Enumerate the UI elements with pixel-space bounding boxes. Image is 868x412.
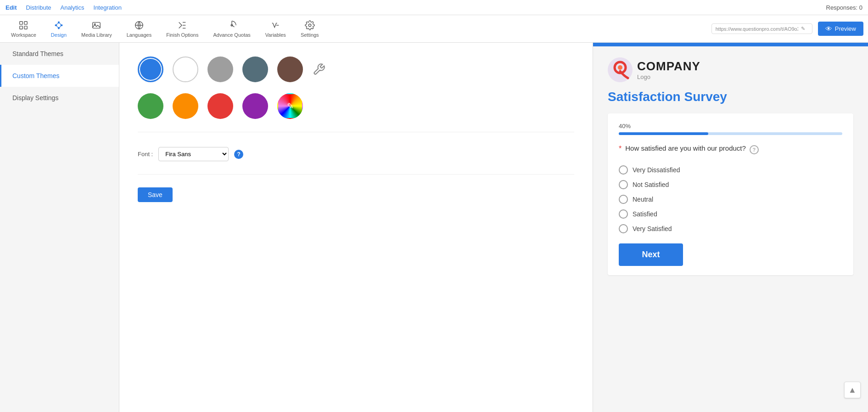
font-help-icon[interactable]: ? (234, 150, 243, 159)
company-logo-icon (608, 57, 633, 82)
progress-bar-bg (619, 132, 842, 135)
radio-circle-4 (619, 209, 628, 219)
radio-circle-2 (619, 180, 628, 189)
survey-card: 40% * How satisfied are you with our pro… (608, 113, 853, 275)
theme-green[interactable] (138, 93, 163, 119)
option-label-5: Very Satisfied (633, 225, 672, 232)
svg-rect-3 (24, 26, 27, 28)
svg-point-5 (58, 22, 60, 23)
logo-text: COMPANY Logo (637, 59, 700, 80)
languages-label: Languages (127, 32, 151, 38)
sidebar: Standard Themes Custom Themes Display Se… (0, 43, 119, 412)
svg-rect-2 (20, 26, 22, 28)
theme-row-2: ✎ (138, 93, 574, 119)
responses-count: Responses: 0 (826, 4, 863, 11)
company-name: COMPANY (637, 59, 700, 73)
nav-distribute[interactable]: Distribute (26, 4, 51, 11)
nav-integration[interactable]: Integration (94, 4, 122, 11)
toolbar-variables[interactable]: Variables (259, 18, 292, 40)
preview-body: COMPANY Logo Satisfaction Survey 40% * H… (593, 46, 868, 286)
theme-blue[interactable] (138, 56, 163, 82)
svg-point-16 (618, 65, 622, 70)
media-library-label: Media Library (81, 32, 112, 38)
url-edit-icon[interactable]: ✎ (801, 26, 805, 32)
preview-button[interactable]: 👁 Preview (818, 22, 863, 36)
radio-option-4[interactable]: Satisfied (619, 207, 842, 221)
toolbar-advance-quotas[interactable]: Advance Quotas (207, 18, 257, 40)
theme-rainbow[interactable]: ✎ (277, 93, 303, 119)
svg-rect-9 (93, 22, 101, 28)
required-star: * (619, 145, 622, 153)
theme-row-1 (138, 56, 574, 82)
theme-white[interactable] (173, 56, 198, 82)
url-box: https://www.questionpro.com/t/AO9oX2 ✎ (711, 23, 812, 34)
svg-point-10 (95, 23, 96, 25)
svg-rect-1 (24, 21, 27, 24)
svg-rect-0 (20, 21, 22, 24)
sidebar-item-standard-themes[interactable]: Standard Themes (0, 43, 119, 65)
nav-edit[interactable]: Edit (6, 4, 17, 11)
svg-point-8 (55, 24, 56, 26)
svg-point-6 (61, 24, 62, 26)
svg-point-4 (56, 23, 61, 27)
theme-dark-gray[interactable] (242, 56, 268, 82)
progress-bar-fill (619, 132, 708, 135)
theme-brown[interactable] (277, 56, 303, 82)
preview-logo: COMPANY Logo (608, 57, 853, 82)
option-label-3: Neutral (633, 196, 653, 203)
top-nav: Edit Distribute Analytics Integration Re… (0, 0, 868, 15)
company-sub: Logo (637, 73, 700, 80)
theme-red[interactable] (207, 93, 233, 119)
survey-title: Satisfaction Survey (608, 90, 853, 104)
theme-purple[interactable] (242, 93, 268, 119)
settings-label: Settings (301, 32, 319, 38)
content-area: ✎ Font : Fira Sans Arial Helvetica Georg… (119, 43, 593, 412)
font-label: Font : (138, 151, 153, 158)
design-label: Design (51, 32, 67, 38)
theme-light-gray[interactable] (207, 56, 233, 82)
radio-option-3[interactable]: Neutral (619, 192, 842, 207)
url-text: https://www.questionpro.com/t/AO9oX2 (716, 26, 798, 32)
preview-top-bar (593, 43, 868, 46)
toolbar-media-library[interactable]: Media Library (75, 18, 118, 40)
toolbar-languages[interactable]: Languages (120, 18, 158, 40)
toolbar-workspace[interactable]: Workspace (5, 18, 43, 40)
sidebar-item-display-settings[interactable]: Display Settings (0, 87, 119, 109)
main-layout: Standard Themes Custom Themes Display Se… (0, 43, 868, 412)
svg-point-7 (58, 28, 60, 29)
preview-panel: COMPANY Logo Satisfaction Survey 40% * H… (593, 43, 868, 412)
save-button[interactable]: Save (138, 187, 173, 202)
finish-options-label: Finish Options (166, 32, 198, 38)
variables-label: Variables (265, 32, 286, 38)
advance-quotas-label: Advance Quotas (213, 32, 250, 38)
wrench-icon[interactable] (312, 62, 326, 76)
option-label-2: Not Satisfied (633, 181, 669, 188)
workspace-label: Workspace (11, 32, 36, 38)
progress-label: 40% (619, 123, 842, 130)
divider (138, 132, 574, 132)
radio-circle-3 (619, 195, 628, 204)
option-label-4: Satisfied (633, 210, 657, 218)
question-text: How satisfied are you with our product? (625, 144, 746, 152)
toolbar-finish-options[interactable]: Finish Options (160, 18, 205, 40)
sidebar-item-custom-themes[interactable]: Custom Themes (0, 65, 119, 87)
option-label-1: Very Dissatisfied (633, 166, 680, 174)
divider-2 (138, 174, 574, 175)
font-select[interactable]: Fira Sans Arial Helvetica Georgia Times … (158, 147, 229, 161)
radio-circle-5 (619, 224, 628, 233)
scroll-top-button[interactable]: ▲ (844, 382, 861, 398)
radio-option-1[interactable]: Very Dissatisfied (619, 163, 842, 177)
theme-orange[interactable] (173, 93, 198, 119)
toolbar: Workspace Design Media Library Languages… (0, 15, 868, 43)
toolbar-settings[interactable]: Settings (294, 18, 325, 40)
next-button[interactable]: Next (619, 243, 683, 266)
question-help-icon[interactable]: ? (750, 145, 759, 154)
question-row: * How satisfied are you with our product… (619, 144, 842, 154)
font-row: Font : Fira Sans Arial Helvetica Georgia… (138, 147, 574, 161)
toolbar-design[interactable]: Design (45, 18, 73, 40)
radio-circle-1 (619, 165, 628, 175)
radio-option-2[interactable]: Not Satisfied (619, 177, 842, 192)
radio-option-5[interactable]: Very Satisfied (619, 221, 842, 236)
nav-analytics[interactable]: Analytics (60, 4, 84, 11)
svg-point-13 (308, 24, 311, 27)
